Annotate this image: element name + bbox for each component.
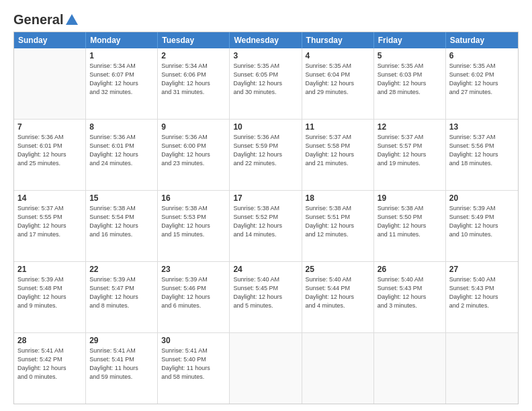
cal-cell [374,333,446,404]
day-number: 5 [378,51,442,60]
day-number: 26 [378,265,442,274]
svg-marker-0 [66,14,78,25]
day-number: 21 [17,265,82,274]
cal-cell: 19Sunrise: 5:38 AM Sunset: 5:50 PM Dayli… [374,191,446,261]
cell-info: Sunrise: 5:41 AM Sunset: 5:41 PM Dayligh… [89,347,154,381]
cal-cell [302,333,374,404]
cal-cell: 5Sunrise: 5:35 AM Sunset: 6:03 PM Daylig… [374,48,446,119]
cell-info: Sunrise: 5:40 AM Sunset: 5:43 PM Dayligh… [449,275,515,310]
header-day-sunday: Sunday [14,32,86,48]
cal-cell: 6Sunrise: 5:35 AM Sunset: 6:02 PM Daylig… [446,48,518,119]
cal-cell: 15Sunrise: 5:38 AM Sunset: 5:54 PM Dayli… [86,191,158,261]
cal-cell: 7Sunrise: 5:36 AM Sunset: 6:01 PM Daylig… [14,120,86,190]
header-day-tuesday: Tuesday [158,32,230,48]
page: General SundayMondayTuesdayWednesdayThur… [0,0,532,411]
cal-cell: 30Sunrise: 5:41 AM Sunset: 5:40 PM Dayli… [158,333,230,404]
header: General [13,12,519,26]
header-day-friday: Friday [374,32,446,48]
day-number: 13 [449,122,515,132]
cal-cell: 28Sunrise: 5:41 AM Sunset: 5:42 PM Dayli… [14,333,86,404]
cal-cell: 21Sunrise: 5:39 AM Sunset: 5:48 PM Dayli… [14,262,86,332]
day-number: 1 [89,51,154,60]
cal-cell: 2Sunrise: 5:34 AM Sunset: 6:06 PM Daylig… [158,48,230,119]
cal-cell: 4Sunrise: 5:35 AM Sunset: 6:04 PM Daylig… [302,48,374,119]
cal-cell: 8Sunrise: 5:36 AM Sunset: 6:01 PM Daylig… [86,120,158,190]
cal-cell: 29Sunrise: 5:41 AM Sunset: 5:41 PM Dayli… [86,333,158,404]
day-number: 4 [306,51,370,60]
day-number: 3 [233,51,298,60]
cell-info: Sunrise: 5:35 AM Sunset: 6:04 PM Dayligh… [306,62,370,97]
cell-info: Sunrise: 5:37 AM Sunset: 5:55 PM Dayligh… [17,204,82,239]
cell-info: Sunrise: 5:36 AM Sunset: 6:00 PM Dayligh… [161,133,226,168]
cal-cell: 27Sunrise: 5:40 AM Sunset: 5:43 PM Dayli… [446,262,518,332]
day-number: 14 [17,193,82,203]
cell-info: Sunrise: 5:41 AM Sunset: 5:42 PM Dayligh… [17,347,82,381]
cal-cell: 20Sunrise: 5:39 AM Sunset: 5:49 PM Dayli… [446,191,518,261]
cal-row-3: 14Sunrise: 5:37 AM Sunset: 5:55 PM Dayli… [14,191,518,262]
cell-info: Sunrise: 5:38 AM Sunset: 5:52 PM Dayligh… [233,204,298,239]
day-number: 17 [233,193,298,203]
cell-info: Sunrise: 5:39 AM Sunset: 5:48 PM Dayligh… [17,275,82,310]
logo-icon [64,13,79,28]
cal-cell: 18Sunrise: 5:38 AM Sunset: 5:51 PM Dayli… [302,191,374,261]
logo: General [13,12,79,26]
day-number: 15 [89,193,154,203]
cell-info: Sunrise: 5:35 AM Sunset: 6:03 PM Dayligh… [378,62,442,97]
cell-info: Sunrise: 5:40 AM Sunset: 5:44 PM Dayligh… [306,275,370,310]
cal-cell: 16Sunrise: 5:38 AM Sunset: 5:53 PM Dayli… [158,191,230,261]
cal-cell: 17Sunrise: 5:38 AM Sunset: 5:52 PM Dayli… [230,191,302,261]
day-number: 12 [378,122,442,132]
cell-info: Sunrise: 5:35 AM Sunset: 6:05 PM Dayligh… [233,62,298,97]
cell-info: Sunrise: 5:34 AM Sunset: 6:06 PM Dayligh… [161,62,226,97]
day-number: 30 [161,336,226,345]
day-number: 23 [161,265,226,274]
day-number: 2 [161,51,226,60]
day-number: 8 [89,122,154,132]
cal-cell [14,48,86,119]
cell-info: Sunrise: 5:35 AM Sunset: 6:02 PM Dayligh… [449,62,515,97]
cell-info: Sunrise: 5:39 AM Sunset: 5:49 PM Dayligh… [449,204,515,239]
cell-info: Sunrise: 5:36 AM Sunset: 5:59 PM Dayligh… [233,133,298,168]
header-day-saturday: Saturday [446,32,518,48]
calendar: SundayMondayTuesdayWednesdayThursdayFrid… [13,32,519,404]
day-number: 9 [161,122,226,132]
logo-text: General [13,12,63,28]
cell-info: Sunrise: 5:40 AM Sunset: 5:43 PM Dayligh… [378,275,442,310]
cell-info: Sunrise: 5:38 AM Sunset: 5:53 PM Dayligh… [161,204,226,239]
cal-cell: 25Sunrise: 5:40 AM Sunset: 5:44 PM Dayli… [302,262,374,332]
cell-info: Sunrise: 5:38 AM Sunset: 5:50 PM Dayligh… [378,204,442,239]
header-day-wednesday: Wednesday [230,32,302,48]
cell-info: Sunrise: 5:40 AM Sunset: 5:45 PM Dayligh… [233,275,298,310]
cal-cell: 26Sunrise: 5:40 AM Sunset: 5:43 PM Dayli… [374,262,446,332]
cal-cell: 22Sunrise: 5:39 AM Sunset: 5:47 PM Dayli… [86,262,158,332]
day-number: 22 [89,265,154,274]
cal-cell: 3Sunrise: 5:35 AM Sunset: 6:05 PM Daylig… [230,48,302,119]
day-number: 25 [306,265,370,274]
cal-cell: 9Sunrise: 5:36 AM Sunset: 6:00 PM Daylig… [158,120,230,190]
cal-cell [446,333,518,404]
cell-info: Sunrise: 5:38 AM Sunset: 5:51 PM Dayligh… [306,204,370,239]
cal-cell: 11Sunrise: 5:37 AM Sunset: 5:58 PM Dayli… [302,120,374,190]
cal-cell: 14Sunrise: 5:37 AM Sunset: 5:55 PM Dayli… [14,191,86,261]
cell-info: Sunrise: 5:36 AM Sunset: 6:01 PM Dayligh… [17,133,82,168]
cell-info: Sunrise: 5:41 AM Sunset: 5:40 PM Dayligh… [161,347,226,381]
cell-info: Sunrise: 5:39 AM Sunset: 5:47 PM Dayligh… [89,275,154,310]
day-number: 7 [17,122,82,132]
day-number: 16 [161,193,226,203]
day-number: 28 [17,336,82,345]
cal-cell: 10Sunrise: 5:36 AM Sunset: 5:59 PM Dayli… [230,120,302,190]
calendar-body: 1Sunrise: 5:34 AM Sunset: 6:07 PM Daylig… [14,48,518,404]
day-number: 29 [89,336,154,345]
cal-cell: 24Sunrise: 5:40 AM Sunset: 5:45 PM Dayli… [230,262,302,332]
cell-info: Sunrise: 5:38 AM Sunset: 5:54 PM Dayligh… [89,204,154,239]
day-number: 18 [306,193,370,203]
day-number: 6 [449,51,515,60]
cal-row-4: 21Sunrise: 5:39 AM Sunset: 5:48 PM Dayli… [14,262,518,333]
cal-cell: 23Sunrise: 5:39 AM Sunset: 5:46 PM Dayli… [158,262,230,332]
cal-cell: 12Sunrise: 5:37 AM Sunset: 5:57 PM Dayli… [374,120,446,190]
cell-info: Sunrise: 5:37 AM Sunset: 5:58 PM Dayligh… [306,133,370,168]
day-number: 24 [233,265,298,274]
cell-info: Sunrise: 5:36 AM Sunset: 6:01 PM Dayligh… [89,133,154,168]
header-day-monday: Monday [86,32,158,48]
day-number: 11 [306,122,370,132]
